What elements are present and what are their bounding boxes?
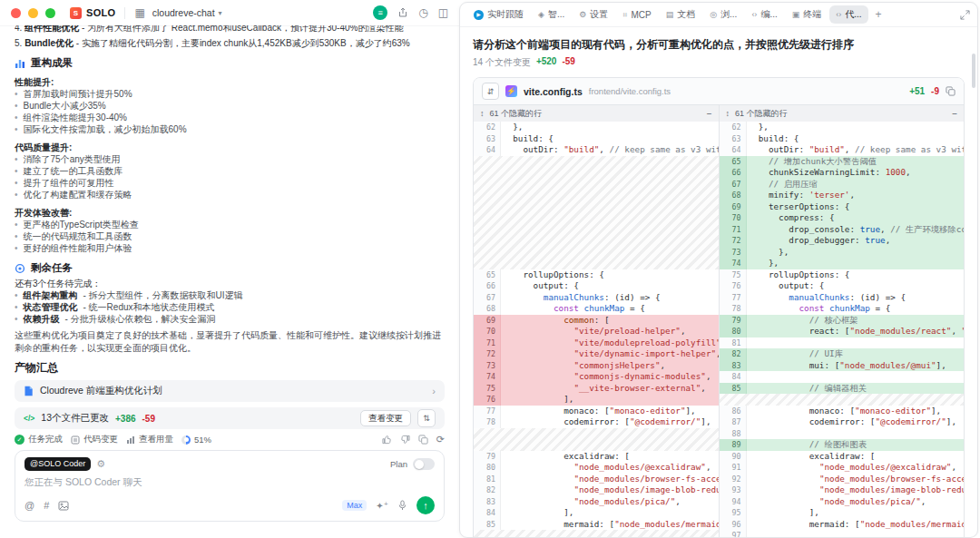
plan-artifact-card[interactable]: Cloudreve 前端重构优化计划: [15, 380, 445, 402]
composer[interactable]: @SOLO Coder Plan 您正在与 SOLO Coder 聊天 Max: [15, 450, 445, 522]
diff-row: 83 mui: ["node_modules/@mui"],: [720, 360, 965, 372]
view-changes-button[interactable]: 查看变更: [360, 410, 411, 426]
workspace-name: cloudreve-chat: [152, 7, 215, 18]
tab-3[interactable]: ⌗MCP: [616, 7, 657, 23]
target-icon: [15, 263, 25, 274]
divider: [124, 7, 125, 19]
diff-row: 75 "__vite-browser-external",: [474, 383, 719, 395]
changes-card[interactable]: 13个文件已更改 +386 -59 查看变更: [15, 407, 445, 429]
tab-label: 编...: [760, 8, 777, 21]
apps-icon[interactable]: [134, 7, 144, 18]
collapse-icon[interactable]: [707, 109, 712, 119]
bullet-item: •Bundle大小减少35%: [15, 100, 445, 112]
image-icon[interactable]: [58, 501, 69, 511]
lines-removed: -59: [142, 414, 155, 424]
solo-logo-icon: S: [70, 7, 82, 19]
diff-row: 69 common: [: [474, 315, 719, 327]
gear-icon: ⚙: [579, 11, 586, 19]
tab-8[interactable]: ‹›代...: [829, 5, 867, 24]
globe-icon: ◎: [710, 11, 717, 19]
usage-link[interactable]: 查看用量: [126, 434, 173, 445]
close-window-button[interactable]: [11, 8, 21, 18]
diff-row: 64 outDir: "build", // keep same as v3 w…: [720, 144, 965, 156]
context-icon[interactable]: [44, 500, 49, 511]
history-icon[interactable]: [418, 7, 427, 18]
copy-file-icon[interactable]: [946, 86, 956, 96]
thumbs-down-icon[interactable]: [400, 435, 410, 445]
workspace-dropdown[interactable]: cloudreve-chat ▾: [152, 7, 222, 18]
send-button[interactable]: [416, 496, 435, 514]
list-badge-icon[interactable]: ≡: [373, 5, 387, 20]
total-added: +520: [536, 56, 557, 69]
share-icon[interactable]: [397, 7, 408, 18]
change-stats: 14 个文件变更 +520 -59: [473, 56, 965, 69]
diff-rows-new: 62 },63 build: {64 outDir: "build", // k…: [720, 122, 965, 537]
diff-row: 74 },: [720, 258, 965, 269]
diff-row: 71 "vite/modulepreload-polyfill",: [474, 337, 719, 349]
diff-row: 88: [720, 428, 965, 440]
progress-ring-icon: [181, 435, 191, 445]
check-icon: ✓: [15, 435, 24, 445]
bullet-item: •更好的组件性能和用户体验: [15, 242, 445, 254]
tab-0[interactable]: ▶实时跟随: [467, 5, 530, 24]
file-removed: -9: [931, 86, 939, 96]
diff-row: 77 monaco: ["monaco-editor"],: [474, 406, 719, 417]
unfold-lines-icon[interactable]: [726, 109, 730, 118]
expand-icon[interactable]: [960, 10, 970, 20]
chat-panel: S SOLO cloudreve-chat ▾ ≡ 4. 组件性能: [0, 0, 459, 538]
plan-card-title: Cloudreve 前端重构优化计划: [40, 385, 162, 397]
tab-2[interactable]: ⚙设置: [573, 5, 614, 24]
thumbs-up-icon[interactable]: [382, 435, 392, 445]
topbar-actions: ≡: [373, 5, 448, 20]
diff-pane-old: 61 个隐藏的行 62 },63 build: {64 outDir: "bui…: [474, 105, 719, 537]
copy-icon[interactable]: [418, 435, 428, 445]
unfold-lines-icon[interactable]: [480, 109, 485, 118]
agent-chip[interactable]: @SOLO Coder: [24, 457, 91, 471]
diff-row: 62 },: [474, 122, 719, 133]
list-item-4: 4. 组件性能优化 - 为所有大组件添加了 React.memo和useCall…: [15, 25, 445, 34]
chevron-right-icon: [432, 386, 436, 396]
diff-row: 94 "node_modules/pica/",: [720, 496, 965, 508]
mention-icon[interactable]: [24, 500, 34, 511]
task-item: •状态管理优化 - 统一Redux和本地状态使用模式: [15, 301, 445, 313]
chat-scroll-area[interactable]: 4. 组件性能优化 - 为所有大组件添加了 React.memo和useCall…: [0, 25, 459, 538]
group-title: 代码质量提升:: [15, 142, 445, 153]
agent-settings-icon[interactable]: [96, 458, 105, 470]
regenerate-icon[interactable]: [436, 435, 445, 445]
layout-panel-icon[interactable]: [438, 7, 448, 18]
group-title: 性能提升:: [15, 76, 445, 88]
minimize-window-button[interactable]: [28, 8, 38, 18]
tab-1[interactable]: ◈智...: [532, 5, 571, 24]
results-heading: 重构成果: [15, 56, 445, 70]
enhance-icon[interactable]: [376, 501, 388, 511]
max-badge[interactable]: Max: [342, 500, 367, 511]
tab-label: 浏...: [720, 8, 737, 21]
tab-add-button[interactable]: +: [870, 5, 887, 24]
tab-label: 实时跟随: [487, 8, 524, 21]
bullet-item: •统一的代码规范和工具函数: [15, 230, 445, 242]
diff-header-right: +51 -9: [909, 86, 956, 96]
code-changes-link[interactable]: 代码变更: [71, 434, 118, 445]
hidden-lines-bar-new[interactable]: 61 个隐藏的行: [720, 105, 965, 122]
tab-6[interactable]: ‹›编...: [745, 5, 783, 24]
diff-pane-new: 61 个隐藏的行 62 },63 build: {64 outDir: "bui…: [719, 105, 965, 537]
hidden-lines-bar-old[interactable]: 61 个隐藏的行: [474, 105, 719, 122]
tab-5[interactable]: ◎浏...: [703, 5, 743, 24]
document-icon: [24, 386, 34, 396]
composer-input[interactable]: 您正在与 SOLO Coder 聊天: [24, 476, 435, 488]
collapse-all-icon[interactable]: [482, 83, 499, 100]
unfold-icon[interactable]: [417, 409, 436, 427]
collapse-icon[interactable]: [952, 109, 957, 119]
plan-toggle[interactable]: [413, 458, 435, 470]
bullet-item: •首屏加载时间预计提升50%: [15, 88, 445, 100]
mic-icon[interactable]: [397, 500, 407, 511]
plan-label: Plan: [390, 459, 407, 469]
tab-4[interactable]: ▤文档: [660, 5, 702, 24]
diff-filler: [474, 530, 719, 537]
tab-7[interactable]: ▣终端: [786, 5, 828, 24]
zoom-window-button[interactable]: [45, 8, 55, 18]
diff-row: 81: [720, 337, 965, 349]
diff-rows-old: 62 },63 build: {64 outDir: "build", // k…: [474, 122, 719, 537]
bar-chart-icon: [15, 58, 25, 69]
feedback-actions: [382, 435, 445, 445]
